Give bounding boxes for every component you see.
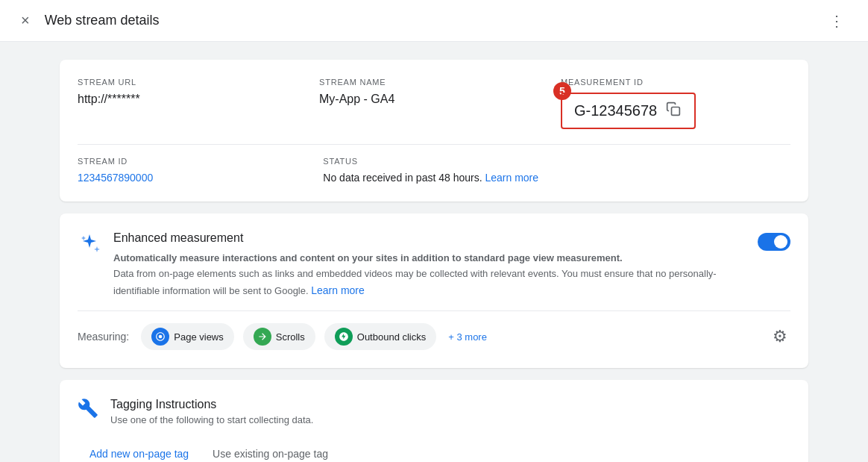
stream-id-value: 1234567890000 [78,172,311,184]
tagging-text: Tagging Instructions Use one of the foll… [110,398,313,425]
enhanced-toggle-container [758,233,790,251]
outbound-clicks-icon [335,328,353,346]
status-label: STATUS [323,157,790,166]
outbound-clicks-chip: Outbound clicks [324,323,437,350]
measurement-id-section: MEASUREMENT ID 5 G-12345678 [561,78,790,129]
page-views-chip: Page views [141,323,233,350]
enhanced-desc: Automatically measure interactions and c… [113,251,746,299]
tagging-instructions-card: Tagging Instructions Use one of the foll… [60,380,808,462]
enhanced-title: Enhanced measurement [113,231,746,245]
close-button[interactable]: × [18,9,33,32]
tab-use-existing-tag[interactable]: Use existing on-page tag [201,440,340,462]
stream-name-section: STREAM NAME My-App - GA4 [319,78,549,129]
scrolls-chip: Scrolls [243,323,315,350]
measuring-settings-button[interactable]: ⚙ [770,324,790,349]
measurement-id-label: MEASUREMENT ID [561,78,790,87]
more-chips-link[interactable]: + 3 more [448,331,487,343]
stream-name-value: My-App - GA4 [319,93,549,106]
svg-point-1 [159,335,163,339]
enhanced-header: Enhanced measurement Automatically measu… [78,231,790,299]
stream-id-section: STREAM ID 1234567890000 [78,157,311,184]
copy-measurement-id-button[interactable] [664,100,682,122]
header: × Web stream details ⋮ [0,0,868,42]
stream-bottom: STREAM ID 1234567890000 STATUS No data r… [78,144,790,184]
svg-rect-0 [672,107,680,116]
scrolls-icon [254,328,271,346]
header-left: × Web stream details [18,9,159,32]
page-views-icon [151,328,169,346]
stream-name-label: STREAM NAME [319,78,549,87]
enhanced-toggle[interactable] [758,233,790,251]
stream-id-label: STREAM ID [78,157,311,166]
tab-add-new-tag[interactable]: Add new on-page tag [78,440,201,462]
learn-more-link-1[interactable]: Learn more [485,172,538,184]
tagging-header: Tagging Instructions Use one of the foll… [78,398,790,425]
more-options-button[interactable]: ⋮ [823,6,850,36]
tagging-title: Tagging Instructions [110,398,313,411]
stream-info-card: STREAM URL http://******* STREAM NAME My… [60,60,808,202]
learn-more-link-2[interactable]: Learn more [311,284,365,296]
tagging-desc: Use one of the following to start collec… [110,414,313,425]
main-content: STREAM URL http://******* STREAM NAME My… [0,42,868,462]
measuring-label: Measuring: [78,331,129,343]
enhanced-text: Enhanced measurement Automatically measu… [113,231,746,299]
page-title: Web stream details [45,13,160,28]
status-value: No data received in past 48 hours. Learn… [323,172,790,184]
stream-url-section: STREAM URL http://******* [78,78,307,129]
status-section: STATUS No data received in past 48 hours… [323,157,790,184]
tagging-tabs: Add new on-page tag Use existing on-page… [78,440,790,462]
measurement-id-box: G-12345678 [561,93,696,129]
enhanced-measurement-card: Enhanced measurement Automatically measu… [60,213,808,368]
measuring-row: Measuring: Page views Scroll [78,310,790,350]
stream-url-value: http://******* [78,93,307,106]
sparkle-icon [78,233,101,262]
wrench-icon [78,398,98,424]
measurement-id-number: G-12345678 [574,100,682,122]
stream-info-grid: STREAM URL http://******* STREAM NAME My… [78,78,790,129]
stream-url-label: STREAM URL [78,78,307,87]
